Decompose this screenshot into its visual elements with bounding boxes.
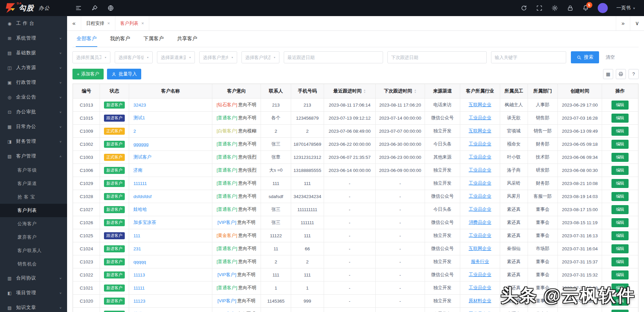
menu-toggle-icon[interactable] <box>75 5 82 11</box>
fullscreen-icon[interactable] <box>536 5 543 11</box>
sidebar-item[interactable]: ▨知识文章∨ <box>0 300 67 312</box>
sidebar-item[interactable]: ▥合同协议∨ <box>0 271 67 286</box>
sidebar-item[interactable]: 抢 客 宝 <box>0 190 67 204</box>
print-button[interactable] <box>616 69 626 79</box>
tabs-scroll-left-icon[interactable]: « <box>67 16 81 30</box>
search-button[interactable]: 搜索 <box>571 51 599 63</box>
sidebar-item[interactable]: ⊡办公审批∨ <box>0 105 67 119</box>
edit-button[interactable]: 编辑 <box>611 140 629 149</box>
view-tab[interactable]: 下属客户 <box>143 31 164 47</box>
sidebar-item[interactable]: ▤基础数据∨ <box>0 46 67 60</box>
sidebar-item[interactable]: ◉工 作 台 <box>0 16 67 31</box>
industry-link[interactable]: 原材料企业 <box>469 298 491 303</box>
filter-input[interactable] <box>284 51 383 63</box>
customer-name-link[interactable]: 32423 <box>133 103 146 108</box>
sidebar-item[interactable]: ◨财务管理∨ <box>0 134 67 149</box>
sidebar-item[interactable]: 销售机会 <box>0 257 67 271</box>
notifications[interactable]: 5 <box>582 5 589 11</box>
gear-icon[interactable] <box>551 5 558 11</box>
sidebar-item[interactable]: 客户联系人 <box>0 244 67 257</box>
industry-link[interactable]: 工业品企业 <box>469 154 491 160</box>
edit-button[interactable]: 编辑 <box>611 179 629 188</box>
filter-input[interactable] <box>199 51 237 63</box>
industry-link[interactable]: 互联网企业 <box>469 102 491 107</box>
filter-input[interactable] <box>157 51 195 63</box>
industry-link[interactable]: 工业品企业 <box>469 181 491 186</box>
customer-name-link[interactable]: dsfdsfdsf <box>133 194 152 199</box>
customer-name-link[interactable]: gggggg <box>133 142 149 147</box>
clear-cache-brush-icon[interactable] <box>91 5 98 11</box>
customer-name-link[interactable]: 11113 <box>133 272 145 277</box>
customer-name-link[interactable]: 娃哈哈 <box>133 207 147 212</box>
edit-button[interactable]: 编辑 <box>611 127 629 136</box>
sort-icon[interactable]: ▲▼ <box>414 89 417 93</box>
edit-button[interactable]: 编辑 <box>611 310 629 312</box>
sidebar-item[interactable]: 废弃客户 <box>0 231 67 244</box>
edit-button[interactable]: 编辑 <box>611 153 629 162</box>
batch-import-button[interactable]: 批量导入 <box>107 69 141 79</box>
sidebar-item[interactable]: ◧项目管理∨ <box>0 286 67 300</box>
customer-name-link[interactable]: 加多宝凉茶 <box>133 220 156 225</box>
language-globe-icon[interactable] <box>107 5 114 11</box>
industry-link[interactable]: 工业品企业 <box>469 285 491 290</box>
filter-input[interactable] <box>491 51 566 63</box>
sidebar-item[interactable]: 客户等级 <box>0 164 67 177</box>
sidebar-item[interactable]: ▦日常办公∨ <box>0 119 67 134</box>
refresh-icon[interactable] <box>521 5 527 11</box>
clear-filters-link[interactable]: 清空 <box>606 54 615 60</box>
customer-name-link[interactable]: qqqqq <box>133 259 146 264</box>
industry-link[interactable]: 工业品企业 <box>469 272 491 277</box>
edit-button[interactable]: 编辑 <box>611 205 629 214</box>
industry-link[interactable]: 消费品企业 <box>469 220 491 225</box>
filter-input[interactable] <box>72 51 110 63</box>
sidebar-item[interactable]: ▣行政管理∨ <box>0 75 67 90</box>
edit-button[interactable]: 编辑 <box>611 218 629 227</box>
close-icon[interactable]: × <box>142 21 144 26</box>
customer-name-link[interactable]: 231 <box>133 246 141 251</box>
edit-button[interactable]: 编辑 <box>611 114 629 123</box>
filter-input[interactable] <box>241 51 279 63</box>
sidebar-item[interactable]: ◎企业公告∨ <box>0 90 67 105</box>
edit-button[interactable]: 编辑 <box>611 270 629 279</box>
view-tab[interactable]: 全部客户 <box>76 31 97 47</box>
user-menu[interactable]: 一页书 ∨ <box>616 5 635 11</box>
customer-name-link[interactable]: 111111 <box>133 181 147 186</box>
industry-link[interactable]: 工业品企业 <box>469 207 491 212</box>
tabs-scroll-right-icon[interactable]: » <box>616 16 630 30</box>
filter-input[interactable] <box>387 51 487 63</box>
industry-link[interactable]: 工业品企业 <box>469 141 491 146</box>
sidebar-item[interactable]: ⊞系统管理∨ <box>0 31 67 46</box>
customer-name-link[interactable]: 11123 <box>133 299 146 304</box>
sort-icon[interactable]: ▲▼ <box>363 89 366 93</box>
sidebar-item[interactable]: 公海客户 <box>0 217 67 231</box>
edit-button[interactable]: 编辑 <box>611 244 629 253</box>
customer-name-link[interactable]: 测试1 <box>133 115 145 120</box>
customer-name-link[interactable]: 111 <box>133 233 141 238</box>
industry-link[interactable]: 互联网企业 <box>469 246 491 251</box>
edit-button[interactable]: 编辑 <box>611 101 629 110</box>
industry-link[interactable]: 工业品企业 <box>469 194 491 199</box>
industry-link[interactable]: 工业品企业 <box>469 233 491 238</box>
sidebar-item[interactable]: ◫人力资源∨ <box>0 60 67 75</box>
window-tab[interactable]: 客户列表× <box>115 16 150 30</box>
add-customer-button[interactable]: + 添加客户 <box>72 69 104 79</box>
close-icon[interactable]: × <box>107 21 110 26</box>
filter-input[interactable] <box>115 51 153 63</box>
customer-name-link[interactable]: 11111 <box>133 286 145 291</box>
edit-button[interactable]: 编辑 <box>611 257 629 266</box>
customer-name-link[interactable]: 测试客户 <box>133 154 152 160</box>
customer-name-link[interactable]: 2 <box>133 129 136 134</box>
tabs-menu-caret-icon[interactable]: ∨ <box>630 16 644 30</box>
view-tab[interactable]: 共享客户 <box>176 31 198 47</box>
edit-button[interactable]: 编辑 <box>611 231 629 240</box>
sidebar-item[interactable]: 客户渠道 <box>0 177 67 190</box>
customer-name-link[interactable]: 济南 <box>133 168 143 173</box>
window-tab[interactable]: 日程安排× <box>81 16 115 30</box>
help-button[interactable]: ? <box>629 69 639 79</box>
view-tab[interactable]: 我的客户 <box>109 31 131 47</box>
edit-button[interactable]: 编辑 <box>611 297 629 306</box>
avatar[interactable] <box>598 3 608 13</box>
industry-link[interactable]: 工业品企业 <box>469 115 491 120</box>
industry-link[interactable]: 互联网企业 <box>469 128 491 133</box>
industry-link[interactable]: 工业品企业 <box>469 168 491 173</box>
